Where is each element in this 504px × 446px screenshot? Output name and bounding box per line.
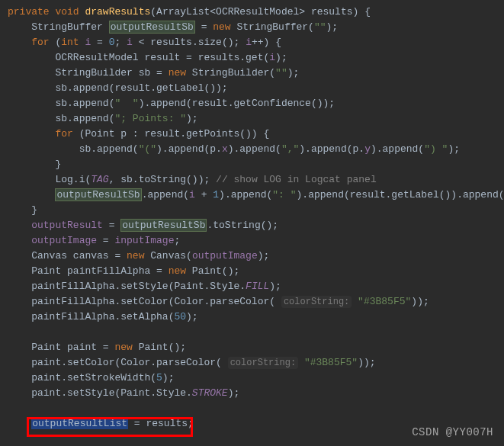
watermark-text: CSDN @YY007H bbox=[412, 425, 493, 440]
code-line bbox=[8, 325, 504, 340]
code-line: outputResultSb.append(i + 1).append(": "… bbox=[8, 188, 504, 203]
code-line: sb.append(" ").append(result.getConfiden… bbox=[8, 96, 504, 111]
code-line: outputResult = outputResultSb.toString()… bbox=[8, 218, 504, 233]
code-line: StringBuilder sb = new StringBuilder("")… bbox=[8, 66, 504, 81]
code-line: paint.setColor(Color.parseColor( colorSt… bbox=[8, 355, 504, 371]
code-line: for (int i = 0; i < results.size(); i++)… bbox=[8, 35, 504, 50]
code-line: Log.i(TAG, sb.toString()); // show LOG i… bbox=[8, 172, 504, 188]
code-line: sb.append("; Points: "); bbox=[8, 111, 504, 127]
code-line: OCRResultModel result = results.get(i); bbox=[8, 50, 504, 66]
code-line: paintFillAlpha.setColor(Color.parseColor… bbox=[8, 294, 504, 310]
code-line: paintFillAlpha.setAlpha(50); bbox=[8, 310, 504, 325]
code-line: paint.setStyle(Paint.Style.STROKE); bbox=[8, 386, 504, 401]
code-line: Paint paintFillAlpha = new Paint(); bbox=[8, 264, 504, 279]
code-line: private void drawResults(ArrayList<OCRRe… bbox=[8, 5, 504, 20]
code-line: StringBuffer outputResultSb = new String… bbox=[8, 20, 504, 35]
code-line: sb.append("(").append(p.x).append(",").a… bbox=[8, 142, 504, 157]
code-line: for (Point p : result.getPoints()) { bbox=[8, 127, 504, 142]
code-line: outputImage = inputImage; bbox=[8, 233, 504, 249]
param-hint: colorString: bbox=[281, 296, 352, 308]
code-line: Canvas canvas = new Canvas(outputImage); bbox=[8, 249, 504, 264]
code-line: sb.append(result.getLabel()); bbox=[8, 81, 504, 96]
code-editor[interactable]: private void drawResults(ArrayList<OCRRe… bbox=[8, 5, 504, 432]
code-line: Paint paint = new Paint(); bbox=[8, 340, 504, 355]
code-line: paintFillAlpha.setStyle(Paint.Style.FILL… bbox=[8, 279, 504, 294]
code-line bbox=[8, 401, 504, 416]
code-line: } bbox=[8, 203, 504, 218]
param-hint: colorString: bbox=[228, 357, 298, 369]
code-line: } bbox=[8, 157, 504, 172]
code-line: paint.setStrokeWidth(5); bbox=[8, 371, 504, 386]
